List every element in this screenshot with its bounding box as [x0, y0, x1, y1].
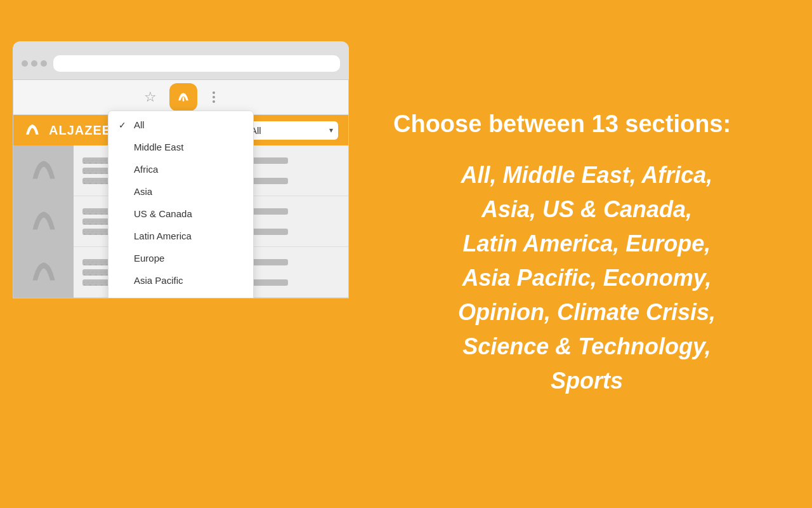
dot-2 [31, 60, 37, 67]
browser-mockup: ☆ [0, 41, 362, 508]
dropdown-label-europe: Europe [134, 253, 164, 264]
browser-dots [22, 60, 47, 67]
aj-logo-icon [175, 89, 192, 105]
news-thumb-logo-3 [28, 257, 60, 288]
headline: Choose between 13 sections: [393, 110, 780, 139]
dot-1 [22, 60, 28, 67]
dropdown-item-latin-america[interactable]: Latin America [108, 225, 253, 247]
dropdown-label-all: All [134, 119, 145, 130]
news-thumb-3 [13, 247, 74, 298]
dropdown-label-latin-america: Latin America [134, 231, 192, 241]
dropdown-item-africa[interactable]: Africa [108, 158, 253, 180]
svg-point-1 [182, 94, 185, 97]
section-select[interactable]: All Middle East Africa Asia US & Canada … [243, 121, 338, 140]
bookmark-icon[interactable]: ☆ [144, 89, 157, 105]
browser-chrome [13, 41, 349, 79]
more-options-button[interactable] [210, 89, 218, 105]
dot-3 [41, 60, 47, 67]
news-thumb-1 [13, 145, 74, 196]
news-thumb-logo-1 [28, 155, 60, 187]
app-window: ☆ [13, 79, 349, 298]
browser-address-bar[interactable] [53, 55, 340, 72]
dropdown-item-middle-east[interactable]: Middle East [108, 136, 253, 158]
svg-point-5 [41, 262, 46, 268]
svg-point-4 [41, 211, 46, 217]
dropdown-item-all[interactable]: ✓ All [108, 114, 253, 136]
dropdown-label-us-canada: US & Canada [134, 208, 192, 219]
right-panel: Choose between 13 sections: All, Middle … [362, 0, 812, 508]
dot-menu-1 [213, 91, 215, 94]
section-select-wrapper: All Middle East Africa Asia US & Canada … [243, 121, 338, 140]
aj-header-logo-icon [23, 121, 41, 139]
news-thumb-logo-2 [28, 206, 60, 237]
sections-list: All, Middle East, Africa, Asia, US & Can… [393, 158, 780, 398]
app-icon-button[interactable] [169, 83, 197, 111]
svg-point-2 [31, 124, 34, 128]
dropdown-item-economy[interactable]: Economy [108, 291, 253, 298]
dot-menu-2 [213, 96, 215, 98]
dot-menu-3 [213, 100, 215, 103]
checkmark-icon: ✓ [119, 120, 129, 130]
dropdown-label-africa: Africa [134, 164, 158, 175]
section-dropdown[interactable]: ✓ All Middle East Africa Asia US & Canad… [108, 110, 254, 298]
dropdown-label-asia: Asia [134, 186, 152, 197]
dropdown-item-europe[interactable]: Europe [108, 247, 253, 269]
svg-point-3 [41, 161, 46, 166]
news-thumb-2 [13, 196, 74, 247]
dropdown-item-asia[interactable]: Asia [108, 180, 253, 203]
app-toolbar: ☆ [13, 80, 348, 115]
dropdown-label-economy: Economy [134, 297, 174, 298]
dropdown-label-middle-east: Middle East [134, 142, 183, 152]
dropdown-label-asia-pacific: Asia Pacific [134, 275, 183, 286]
dropdown-item-asia-pacific[interactable]: Asia Pacific [108, 269, 253, 291]
dropdown-item-us-canada[interactable]: US & Canada [108, 203, 253, 225]
svg-rect-0 [183, 97, 185, 102]
